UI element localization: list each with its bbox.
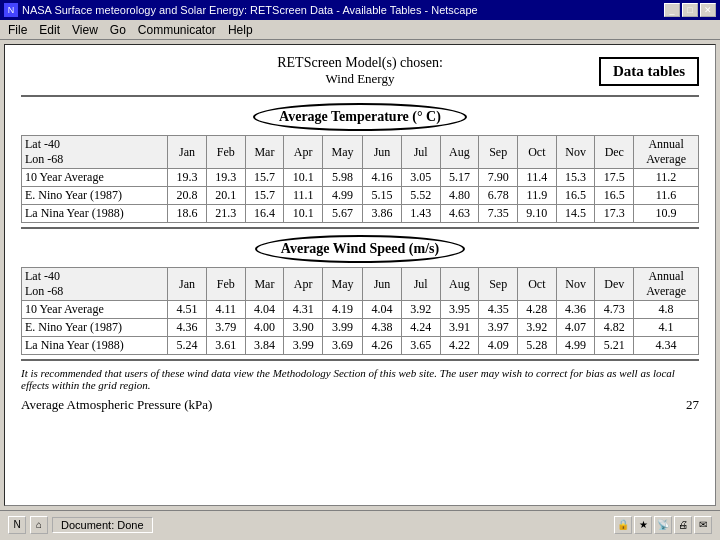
pressure-footer: Average Atmospheric Pressure (kPa) 27 (21, 397, 699, 413)
wind-r2-annual: 4.34 (634, 337, 699, 355)
temp-r0-oct: 11.4 (518, 169, 557, 187)
wind-r1-oct: 3.92 (518, 319, 557, 337)
wind-col-dec: Dev (595, 268, 634, 301)
temp-col-sep: Sep (479, 136, 518, 169)
wind-r2-jul: 3.65 (401, 337, 440, 355)
wind-r1-jun: 4.38 (363, 319, 402, 337)
wind-r1-apr: 3.90 (284, 319, 323, 337)
temp-r1-feb: 20.1 (206, 187, 245, 205)
wind-table-header-row: Lat -40Lon -68 Jan Feb Mar Apr May Jun J… (22, 268, 699, 301)
temp-section-title-wrap: Average Temperature (° C) (21, 103, 699, 131)
temp-r0-nov: 15.3 (556, 169, 595, 187)
wind-section-title: Average Wind Speed (m/s) (255, 235, 465, 263)
temp-r1-mar: 15.7 (245, 187, 284, 205)
divider-1 (21, 95, 699, 97)
temp-col-oct: Oct (518, 136, 557, 169)
temp-col-aug: Aug (440, 136, 479, 169)
temp-r1-dec: 16.5 (595, 187, 634, 205)
bottom-bar: N ⌂ Document: Done 🔒 ★ 📡 🖨 ✉ (0, 510, 720, 538)
bookmarks-icon[interactable]: ★ (634, 516, 652, 534)
temp-r2-apr: 10.1 (284, 205, 323, 223)
header-section: RETScreen Model(s) chosen: Wind Energy D… (21, 55, 699, 87)
temp-r0-may: 5.98 (323, 169, 363, 187)
wind-r0-nov: 4.36 (556, 301, 595, 319)
wind-col-jul: Jul (401, 268, 440, 301)
table-row: La Nina Year (1988) 5.24 3.61 3.84 3.99 … (22, 337, 699, 355)
menu-communicator[interactable]: Communicator (132, 21, 222, 39)
wind-r1-aug: 3.91 (440, 319, 479, 337)
minimize-button[interactable]: _ (664, 3, 680, 17)
table-row: E. Nino Year (1987) 4.36 3.79 4.00 3.90 … (22, 319, 699, 337)
temp-col-dec: Dec (595, 136, 634, 169)
wind-r2-oct: 5.28 (518, 337, 557, 355)
status-text: Document: Done (52, 517, 153, 533)
wind-r2-sep: 4.09 (479, 337, 518, 355)
network-icon[interactable]: 📡 (654, 516, 672, 534)
wind-r1-annual: 4.1 (634, 319, 699, 337)
maximize-button[interactable]: □ (682, 3, 698, 17)
temp-r2-oct: 9.10 (518, 205, 557, 223)
temp-col-annual: AnnualAverage (634, 136, 699, 169)
temp-r0-mar: 15.7 (245, 169, 284, 187)
netscape-icon[interactable]: N (8, 516, 26, 534)
wind-col-may: May (323, 268, 363, 301)
temp-r2-jul: 1.43 (401, 205, 440, 223)
wind-r2-dec: 5.21 (595, 337, 634, 355)
wind-col-jan: Jan (168, 268, 207, 301)
temp-r1-aug: 4.80 (440, 187, 479, 205)
wind-r2-feb: 3.61 (206, 337, 245, 355)
print-icon[interactable]: 🖨 (674, 516, 692, 534)
temp-col-jan: Jan (168, 136, 207, 169)
table-row: 10 Year Average 19.3 19.3 15.7 10.1 5.98… (22, 169, 699, 187)
security-icon[interactable]: 🔒 (614, 516, 632, 534)
wind-r0-dec: 4.73 (595, 301, 634, 319)
temp-row1-label: E. Nino Year (1987) (22, 187, 168, 205)
wind-r0-oct: 4.28 (518, 301, 557, 319)
status-bar: N ⌂ Document: Done (8, 516, 153, 534)
wind-r2-apr: 3.99 (284, 337, 323, 355)
wind-col-mar: Mar (245, 268, 284, 301)
wind-col-aug: Aug (440, 268, 479, 301)
temp-col-nov: Nov (556, 136, 595, 169)
wind-r1-jan: 4.36 (168, 319, 207, 337)
temp-r2-nov: 14.5 (556, 205, 595, 223)
wind-r2-nov: 4.99 (556, 337, 595, 355)
wind-col-apr: Apr (284, 268, 323, 301)
wind-r0-jun: 4.04 (363, 301, 402, 319)
mail-icon[interactable]: ✉ (694, 516, 712, 534)
temp-r1-may: 4.99 (323, 187, 363, 205)
close-button[interactable]: ✕ (700, 3, 716, 17)
temp-row2-label: La Nina Year (1988) (22, 205, 168, 223)
wind-r1-sep: 3.97 (479, 319, 518, 337)
temp-r0-aug: 5.17 (440, 169, 479, 187)
temp-r2-aug: 4.63 (440, 205, 479, 223)
wind-col-sep: Sep (479, 268, 518, 301)
pressure-title: Average Atmospheric Pressure (kPa) (21, 397, 212, 413)
temp-col-may: May (323, 136, 363, 169)
table-row: E. Nino Year (1987) 20.8 20.1 15.7 11.1 … (22, 187, 699, 205)
model-header: RETScreen Model(s) chosen: Wind Energy (277, 55, 443, 87)
wind-r2-jan: 5.24 (168, 337, 207, 355)
menu-view[interactable]: View (66, 21, 104, 39)
menu-go[interactable]: Go (104, 21, 132, 39)
temp-row0-label: 10 Year Average (22, 169, 168, 187)
title-bar-buttons[interactable]: _ □ ✕ (664, 3, 716, 17)
temp-r2-may: 5.67 (323, 205, 363, 223)
menu-help[interactable]: Help (222, 21, 259, 39)
temp-r0-dec: 17.5 (595, 169, 634, 187)
temp-r2-jun: 3.86 (363, 205, 402, 223)
divider-2 (21, 227, 699, 229)
home-icon[interactable]: ⌂ (30, 516, 48, 534)
temp-r1-jul: 5.52 (401, 187, 440, 205)
table-row: 10 Year Average 4.51 4.11 4.04 4.31 4.19… (22, 301, 699, 319)
app-icon: N (4, 3, 18, 17)
title-bar-text: NASA Surface meteorology and Solar Energ… (22, 4, 478, 16)
wind-r0-may: 4.19 (323, 301, 363, 319)
temp-r0-sep: 7.90 (479, 169, 518, 187)
temp-table: Lat -40Lon -68 Jan Feb Mar Apr May Jun J… (21, 135, 699, 223)
temp-r0-jan: 19.3 (168, 169, 207, 187)
menu-edit[interactable]: Edit (33, 21, 66, 39)
wind-r0-mar: 4.04 (245, 301, 284, 319)
temp-r0-annual: 11.2 (634, 169, 699, 187)
menu-file[interactable]: File (2, 21, 33, 39)
